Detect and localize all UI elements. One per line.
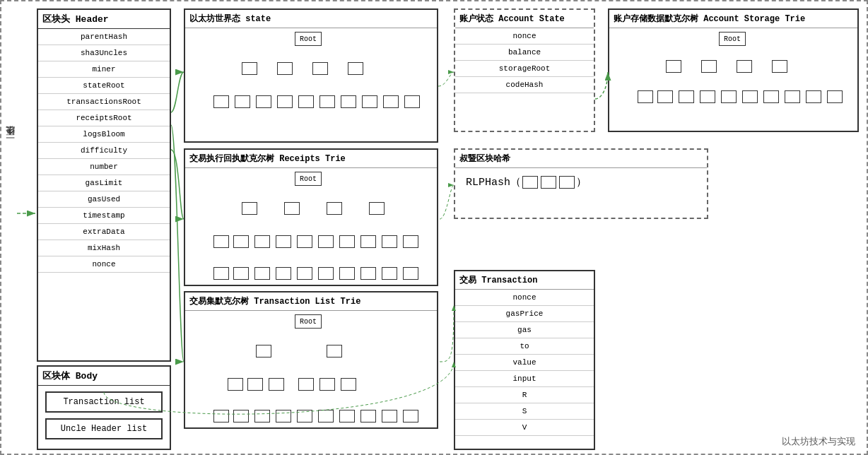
state-l2-9 xyxy=(383,95,399,108)
state-l2-10 xyxy=(404,95,420,108)
bottom-label: 以太坊技术与实现 xyxy=(782,435,855,448)
receipts-l2-1 xyxy=(213,235,229,248)
receipts-panel: 交易执行回执默克尔树 Receipts Trie Root xyxy=(184,148,438,286)
field-extraData: extraData xyxy=(38,224,170,240)
receipts-l3-9 xyxy=(382,267,397,280)
txlist-l3-10 xyxy=(403,410,418,422)
field-parentHash: parentHash xyxy=(38,29,170,45)
storage-trie-panel: 账户存储数据默克尔树 Account Storage Trie Root xyxy=(608,8,859,132)
receipts-title: 交易执行回执默克尔树 Receipts Trie xyxy=(185,150,437,168)
storage-l2-8 xyxy=(785,90,800,103)
receipts-trie-container: Root xyxy=(185,168,437,283)
receipts-l3-6 xyxy=(318,267,334,280)
block-header-panel: 区块头 Header parentHash sha3Uncles miner s… xyxy=(37,8,171,362)
state-l2-2 xyxy=(235,95,250,108)
account-nonce: nonce xyxy=(455,28,594,45)
receipts-l1-1 xyxy=(242,202,257,215)
account-balance: balance xyxy=(455,45,594,61)
tx-R: R xyxy=(455,387,594,403)
receipts-l2-2 xyxy=(233,235,249,248)
storage-l1-4 xyxy=(772,60,787,73)
receipts-l2-6 xyxy=(318,235,334,248)
storage-l1-3 xyxy=(737,60,752,73)
state-l1-mid xyxy=(277,62,293,75)
storage-l1-1 xyxy=(666,60,681,73)
receipts-l3-2 xyxy=(233,267,249,280)
state-title: 以太坊世界态 state xyxy=(185,10,437,28)
txlist-l2-1 xyxy=(228,378,243,391)
account-state-panel: 账户状态 Account State nonce balance storage… xyxy=(454,8,595,132)
storage-trie-container: Root xyxy=(609,28,857,129)
txlist-l2-3 xyxy=(269,378,284,391)
receipts-l2-10 xyxy=(403,235,418,248)
storage-l2-9 xyxy=(806,90,821,103)
block-header-title: 区块头 Header xyxy=(38,10,170,29)
txlist-l3-5 xyxy=(297,410,312,422)
field-gasLimit: gasLimit xyxy=(38,175,170,191)
state-trie-container: Root xyxy=(185,28,437,140)
storage-l2-5 xyxy=(721,90,737,103)
receipts-l2-4 xyxy=(276,235,291,248)
state-l2-4 xyxy=(277,95,293,108)
storage-l2-3 xyxy=(679,90,694,103)
uncle-content: RLPHash（） xyxy=(455,168,707,196)
field-receiptsRoot: receiptsRoot xyxy=(38,110,170,126)
block-body-panel: 区块体 Body Transaction list Uncle Header l… xyxy=(37,365,171,450)
state-l2-1 xyxy=(213,95,229,108)
receipts-l3-8 xyxy=(360,267,376,280)
receipts-l2-3 xyxy=(254,235,270,248)
receipts-l2-9 xyxy=(382,235,397,248)
tx-gasPrice: gasPrice xyxy=(455,306,594,322)
field-number: number xyxy=(38,159,170,175)
tx-fields: nonce gasPrice gas to value input R S V xyxy=(455,290,594,436)
receipts-l1-4 xyxy=(369,202,385,215)
storage-l2-1 xyxy=(638,90,653,103)
state-root-node: Root xyxy=(295,32,322,46)
uncle-header-list-button[interactable]: Uncle Header list xyxy=(45,418,163,439)
txlist-l2-5 xyxy=(319,378,335,391)
storage-l2-6 xyxy=(742,90,758,103)
txlist-l3-6 xyxy=(318,410,334,422)
field-stateRoot: stateRoot xyxy=(38,78,170,94)
receipts-l2-5 xyxy=(297,235,312,248)
receipts-l2-7 xyxy=(339,235,355,248)
header-fields: parentHash sha3Uncles miner stateRoot tr… xyxy=(38,29,170,273)
uncle-panel: 叔暨区块哈希 RLPHash（） xyxy=(454,148,708,219)
field-mixHash: mixHash xyxy=(38,240,170,256)
tx-S: S xyxy=(455,403,594,420)
storage-l2-7 xyxy=(763,90,779,103)
uncle-title: 叔暨区块哈希 xyxy=(455,150,707,168)
account-storageRoot: storageRoot xyxy=(455,61,594,77)
tx-input: input xyxy=(455,371,594,387)
field-timestamp: timestamp xyxy=(38,208,170,224)
tx-to: to xyxy=(455,338,594,355)
state-l2-6 xyxy=(319,95,335,108)
account-codeHash: codeHash xyxy=(455,77,594,93)
transaction-list-button[interactable]: Transaction list xyxy=(45,391,163,413)
txlist-l1-2 xyxy=(327,345,342,358)
txlist-l3-4 xyxy=(276,410,291,422)
txlist-title: 交易集默克尔树 Transaction List Trie xyxy=(185,292,437,311)
receipts-l3-7 xyxy=(339,267,355,280)
state-l2-5 xyxy=(298,95,314,108)
tx-value: value xyxy=(455,355,594,371)
state-l2-7 xyxy=(341,95,356,108)
state-l1-left xyxy=(242,62,257,75)
account-state-fields: nonce balance storageRoot codeHash xyxy=(455,28,594,93)
txlist-l2-6 xyxy=(341,378,356,391)
receipts-l1-2 xyxy=(284,202,300,215)
txlist-l3-7 xyxy=(339,410,355,422)
tx-nonce: nonce xyxy=(455,290,594,306)
receipts-l3-3 xyxy=(254,267,270,280)
account-state-title: 账户状态 Account State xyxy=(455,10,594,28)
storage-l2-4 xyxy=(700,90,715,103)
tx-V: V xyxy=(455,420,594,436)
receipts-l3-1 xyxy=(213,267,229,280)
state-l1-right xyxy=(312,62,328,75)
field-sha3Uncles: sha3Uncles xyxy=(38,45,170,61)
txlist-l3-2 xyxy=(233,410,249,422)
block-body-title: 区块体 Body xyxy=(38,367,170,386)
storage-root-node: Root xyxy=(719,32,746,46)
receipts-l3-10 xyxy=(403,267,418,280)
field-miner: miner xyxy=(38,61,170,78)
